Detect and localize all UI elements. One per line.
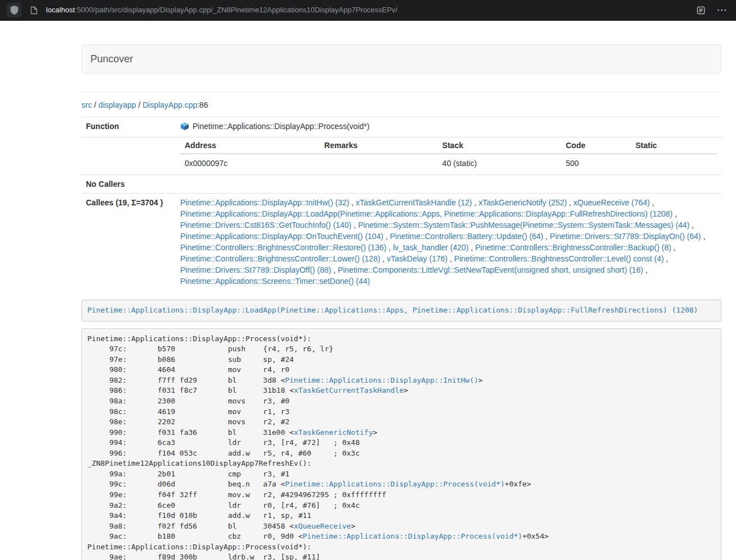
page-icon	[26, 3, 41, 17]
col-address: Address	[180, 137, 320, 154]
symbol-link[interactable]: Pinetime::Applications::DisplayApp::Init…	[285, 376, 478, 384]
breadcrumb-separator: /	[136, 100, 143, 109]
callee-link[interactable]: xQueueReceive (764)	[573, 198, 650, 207]
highlighted-symbol: Pinetime::Applications::DisplayApp::Load…	[81, 300, 721, 322]
more-menu-icon[interactable]: ⋯	[715, 3, 729, 17]
col-stack: Stack	[438, 137, 561, 154]
callee-link[interactable]: Pinetime::Drivers::Cst816S::GetTouchInfo…	[180, 221, 351, 229]
callee-link[interactable]: Pinetime::Controllers::BrightnessControl…	[475, 243, 671, 252]
function-label: Function	[81, 117, 176, 137]
callee-link[interactable]: Pinetime::Applications::DisplayApp::Load…	[180, 209, 673, 218]
details-row-spacer	[81, 137, 176, 175]
breadcrumb: src / displayapp / DisplayApp.cpp:86	[81, 92, 721, 117]
function-row: Function Pinetime::Applications::Display…	[81, 117, 721, 137]
url-path: :5000/path/src/displayapp/DisplayApp.cpp…	[75, 6, 397, 14]
col-static: Static	[631, 137, 717, 154]
symbol-stats-table: Address Remarks Stack Code Static 0x0000…	[180, 137, 717, 172]
callee-link[interactable]: Pinetime::Controllers::BrightnessControl…	[454, 254, 664, 263]
symbol-table: Function Pinetime::Applications::Display…	[81, 117, 721, 290]
reader-view-icon[interactable]	[693, 3, 708, 17]
symbol-link[interactable]: xQueueReceive	[294, 522, 351, 530]
toolbar-right: ⋯	[693, 3, 729, 17]
code-value: 500	[561, 154, 631, 172]
no-callers-label: No Callers	[81, 175, 176, 194]
navbar: Puncover	[81, 44, 721, 74]
breadcrumb-link-src[interactable]: src	[81, 100, 92, 109]
callee-link[interactable]: vTaskDelay (176)	[387, 254, 447, 263]
callee-link[interactable]: Pinetime::Controllers::Battery::Update()…	[390, 232, 543, 241]
callee-link[interactable]: Pinetime::Controllers::BrightnessControl…	[180, 254, 380, 263]
brand-link[interactable]: Puncover	[90, 53, 133, 65]
callees-cell: Pinetime::Applications::DisplayApp::Init…	[176, 194, 721, 291]
col-remarks: Remarks	[320, 137, 438, 154]
callee-link[interactable]: Pinetime::Applications::DisplayApp::Init…	[180, 198, 349, 207]
url-host: localhost	[46, 6, 75, 14]
symbol-link[interactable]: xTaskGetCurrentTaskHandle	[294, 386, 404, 394]
address-value: 0x0000097c	[180, 154, 320, 172]
shield-icon[interactable]	[7, 3, 21, 17]
col-code: Code	[561, 137, 631, 154]
highlighted-symbol-link[interactable]: Pinetime::Applications::DisplayApp::Load…	[88, 306, 698, 314]
callee-link[interactable]: Pinetime::System::SystemTask::PushMessag…	[358, 221, 690, 229]
callee-link[interactable]: xTaskGenericNotify (252)	[478, 198, 566, 207]
static-value	[631, 154, 717, 172]
no-callers-row: No Callers	[81, 175, 721, 194]
stats-header-row: Address Remarks Stack Code Static	[180, 137, 717, 154]
main-content: Puncover src / displayapp / DisplayApp.c…	[81, 44, 721, 560]
address-bar[interactable]: localhost:5000/path/src/displayapp/Displ…	[26, 0, 688, 20]
breadcrumb-link-file[interactable]: DisplayApp.cpp	[143, 100, 197, 109]
url-text: localhost:5000/path/src/displayapp/Displ…	[46, 0, 397, 20]
callee-link[interactable]: lv_task_handler (420)	[393, 243, 469, 252]
function-name: Pinetime::Applications::DisplayApp::Proc…	[193, 122, 369, 131]
symbol-link[interactable]: Pinetime::Applications::DisplayApp::Proc…	[285, 480, 505, 488]
callee-link[interactable]: xTaskGetCurrentTaskHandle (12)	[356, 198, 472, 207]
breadcrumb-line-number: :86	[197, 100, 208, 109]
browser-chrome: localhost:5000/path/src/displayapp/Displ…	[0, 0, 736, 21]
symbol-link[interactable]: Pinetime::Applications::DisplayApp::Proc…	[303, 532, 522, 540]
remarks-value	[320, 154, 438, 172]
breadcrumb-separator: /	[92, 100, 99, 109]
callees-label: Callees (19, Σ=3704 )	[81, 194, 176, 291]
function-icon	[180, 122, 189, 134]
callee-link[interactable]: Pinetime::Drivers::St7789::DisplayOn() (…	[550, 232, 701, 241]
callee-link[interactable]: Pinetime::Applications::DisplayApp::OnTo…	[180, 232, 383, 241]
callee-link[interactable]: Pinetime::Components::LittleVgl::SetNewT…	[338, 265, 643, 274]
breadcrumb-link-displayapp[interactable]: displayapp	[98, 100, 136, 109]
callees-row: Callees (19, Σ=3704 ) Pinetime::Applicat…	[81, 194, 721, 291]
disassembly-pre: Pinetime::Applications::DisplayApp::Proc…	[81, 328, 721, 560]
stats-value-row: 0x0000097c 40 (static) 500	[180, 154, 717, 172]
details-row: Address Remarks Stack Code Static 0x0000…	[81, 137, 721, 175]
symbol-link[interactable]: xTaskGenericNotify	[294, 428, 373, 437]
stack-value: 40 (static)	[438, 154, 561, 172]
callee-link[interactable]: Pinetime::Drivers::St7789::DisplayOff() …	[180, 265, 331, 274]
callee-link[interactable]: Pinetime::Applications::Screens::Timer::…	[180, 277, 370, 286]
callee-link[interactable]: Pinetime::Controllers::BrightnessControl…	[180, 243, 386, 252]
